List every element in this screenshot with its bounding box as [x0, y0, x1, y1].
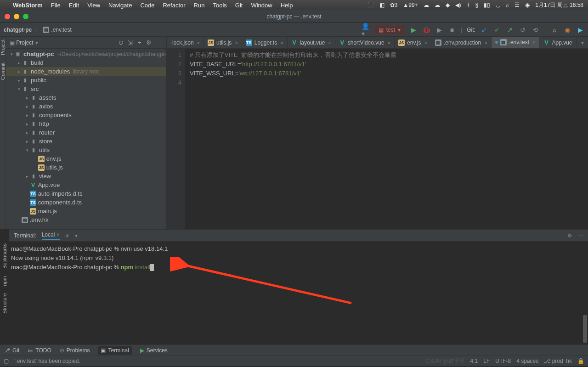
close-icon[interactable]: × [235, 40, 237, 45]
breadcrumb-root[interactable]: chatgpt-pc [4, 27, 32, 33]
tray-date[interactable]: 1月17日 周三 16:58 [535, 1, 583, 9]
chevron-down-icon[interactable]: ▾ [581, 40, 584, 46]
tree-file-envhk[interactable]: ▤ .env.hk [6, 215, 166, 224]
editor-tab[interactable]: Vlayout.vue× [288, 37, 335, 49]
tool-npm-tab[interactable]: npm [2, 276, 7, 286]
close-icon[interactable]: × [424, 40, 427, 45]
app-name[interactable]: WebStorm [13, 2, 43, 9]
volume-icon[interactable]: ◀) [455, 2, 461, 8]
tree-folder-node-modules[interactable]: ▸▮node_moduleslibrary root [6, 67, 166, 76]
tree-file-mainjs[interactable]: JS main.js [6, 207, 166, 215]
tree-folder-store[interactable]: ▸▮store [6, 137, 166, 146]
menu-code[interactable]: Code [140, 2, 154, 9]
close-icon[interactable]: × [484, 40, 487, 45]
wechat-icon[interactable]: ☁ [435, 2, 440, 8]
tray-bell[interactable]: ▲99+ [403, 2, 418, 8]
scrollbar[interactable] [583, 315, 587, 343]
menu-file[interactable]: File [51, 2, 61, 9]
tray-notif[interactable]: ✿3 [390, 2, 398, 8]
tree-folder-src[interactable]: ▾▮src [6, 85, 166, 93]
tree-folder-public[interactable]: ▸▮public [6, 76, 166, 85]
tray-icon[interactable]: § [475, 2, 479, 8]
terminal-tab-local[interactable]: Local × [42, 231, 60, 240]
wifi-icon[interactable]: ◡ [496, 2, 500, 8]
editor-tab[interactable]: JSutils.js× [204, 37, 242, 49]
tree-file-appvue[interactable]: V App.vue [6, 181, 166, 189]
tree-folder-assets[interactable]: ▸▮assets [6, 93, 166, 102]
wechat-icon[interactable]: ☁ [424, 2, 429, 8]
editor-tab[interactable]: TSLogger.ts× [242, 37, 288, 49]
hide-button[interactable]: — [153, 39, 163, 46]
git-commit-button[interactable]: ✓ [493, 26, 501, 34]
search-everywhere-button[interactable]: ⌕ [550, 26, 559, 34]
status-icon[interactable]: ▢ [4, 358, 9, 364]
tree-file-autoimports[interactable]: TS auto-imports.d.ts [6, 189, 166, 198]
git-rollback-button[interactable]: ⟲ [531, 26, 540, 34]
tree-folder-build[interactable]: ▸▮build [6, 58, 166, 67]
menu-help[interactable]: Help [281, 2, 293, 9]
close-icon[interactable]: × [532, 40, 535, 45]
tree-folder-axios[interactable]: ▸▮axios [6, 102, 166, 111]
tool-structure-tab[interactable]: Structure [2, 293, 7, 314]
breadcrumb-file[interactable]: .env.test [51, 27, 71, 33]
siri-icon[interactable]: ◉ [525, 2, 530, 8]
tree-file-utilsjs[interactable]: JS utils.js [6, 163, 166, 172]
search-icon[interactable]: ⌕ [506, 2, 509, 8]
git-push-button[interactable]: ↗ [506, 26, 514, 34]
chevron-down-icon[interactable]: ▾ [75, 232, 78, 239]
tray-icon[interactable]: ◆ [446, 2, 450, 8]
close-icon[interactable]: × [388, 40, 390, 45]
tree-root[interactable]: ▾▣chatgpt-pc~/Desktop/work/liwai/project… [6, 50, 166, 58]
code-content[interactable]: # 只有添加了VITE_前缀的才能在控制台打印出来，否则为了信息安全不会暴露 V… [185, 49, 588, 229]
menu-tools[interactable]: Tools [213, 2, 226, 9]
tray-icon[interactable]: ◧ [379, 2, 384, 8]
close-icon[interactable]: × [280, 40, 283, 45]
bluetooth-icon[interactable]: ᚼ [467, 2, 470, 8]
project-tree[interactable]: ▾▣chatgpt-pc~/Desktop/work/liwai/project… [6, 49, 166, 229]
settings-icon[interactable]: ⚙ [144, 39, 153, 46]
project-title[interactable]: Project [16, 40, 33, 46]
tool-commit-tab[interactable]: Commit [0, 62, 6, 80]
tab-problems[interactable]: ⊘Problems [60, 347, 90, 354]
editor-tab[interactable]: VApp.vue [539, 37, 576, 49]
control-center-icon[interactable]: ☰ [514, 2, 520, 8]
status-encoding[interactable]: UTF-8 [495, 358, 511, 364]
tab-git[interactable]: ⎇Git [4, 347, 19, 354]
tree-folder-utils[interactable]: ▾▮utils [6, 146, 166, 154]
git-update-button[interactable]: ↙ [480, 26, 488, 34]
minimize-window-button[interactable] [14, 14, 19, 19]
close-icon[interactable]: × [57, 231, 60, 238]
tab-services[interactable]: ▶Services [140, 347, 168, 354]
terminal-body[interactable]: mac@MacdeMacBook-Pro chatgpt-pc % nvm us… [9, 242, 588, 344]
menu-navigate[interactable]: Navigate [108, 2, 132, 9]
tree-file-componentsdts[interactable]: TS components.d.ts [6, 198, 166, 207]
ide-settings-button[interactable]: ◉ [563, 26, 571, 34]
tree-file-envjs[interactable]: JS env.js [6, 154, 166, 163]
tab-todo[interactable]: ≔TODO [28, 347, 51, 354]
run-with-coverage-button[interactable]: ▶̤ [435, 26, 443, 34]
tab-terminal[interactable]: ▣Terminal [98, 346, 131, 355]
settings-icon[interactable]: ⚙ [567, 232, 572, 239]
tree-folder-http[interactable]: ▸▮http [6, 119, 166, 128]
maximize-window-button[interactable] [23, 14, 28, 19]
editor-tab[interactable]: VshortVideo.vue× [335, 37, 395, 49]
close-icon[interactable]: × [328, 40, 331, 45]
status-branch[interactable]: ⎇ prod_hk [544, 358, 572, 364]
stop-button[interactable]: ■ [448, 26, 456, 34]
git-history-button[interactable]: ↺ [519, 26, 527, 34]
tool-bookmarks-tab[interactable]: Bookmarks [2, 243, 7, 269]
code-editor[interactable]: 1234 # 只有添加了VITE_前缀的才能在控制台打印出来，否则为了信息安全不… [167, 49, 588, 229]
battery-icon[interactable]: ▮▯ [484, 2, 490, 8]
menu-run[interactable]: Run [194, 2, 205, 9]
editor-tab[interactable]: ▤.env.production× [431, 37, 492, 49]
menu-edit[interactable]: Edit [69, 2, 79, 9]
status-caret-pos[interactable]: 4:1 [470, 358, 478, 364]
run-config-selector[interactable]: ▤ test ▾ [374, 25, 405, 34]
editor-tab[interactable]: JSenv.js× [395, 37, 431, 49]
status-indent[interactable]: 4 spaces [516, 358, 538, 364]
menu-window[interactable]: Window [251, 2, 272, 9]
tray-icon[interactable]: ⬛ [367, 2, 374, 8]
status-line-sep[interactable]: LF [483, 358, 490, 364]
close-icon[interactable]: × [197, 40, 200, 45]
collapse-all-button[interactable]: ÷ [135, 39, 144, 46]
